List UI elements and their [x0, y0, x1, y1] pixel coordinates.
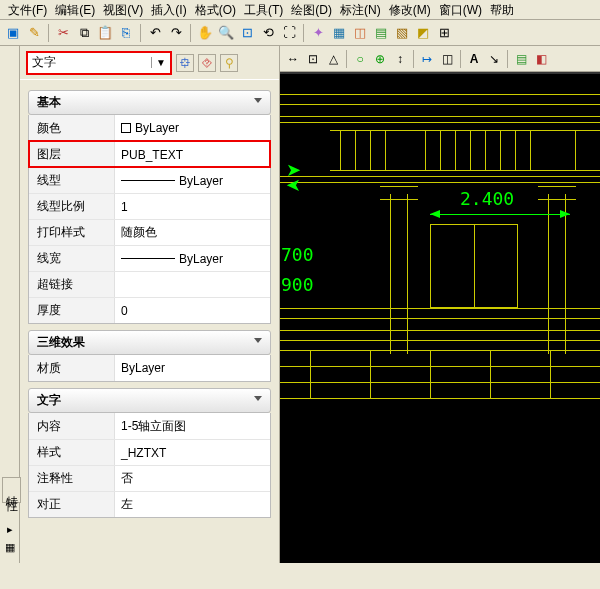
linetype-preview-icon — [121, 180, 175, 181]
prop-row-justify[interactable]: 对正 左 — [29, 491, 270, 517]
dist-icon[interactable]: ↦ — [418, 50, 436, 68]
prop-row-material[interactable]: 材质 ByLayer — [29, 355, 270, 381]
section-text[interactable]: 文字 — [28, 388, 271, 413]
circle-osnap-icon[interactable]: ○ — [351, 50, 369, 68]
redo-icon[interactable]: ↷ — [167, 24, 185, 42]
prop-row-annotative[interactable]: 注释性 否 — [29, 465, 270, 491]
prop-key: 线型比例 — [29, 194, 115, 219]
prop-key: 线型 — [29, 168, 115, 193]
prop-key: 线宽 — [29, 246, 115, 271]
rail-icon-2[interactable]: ▦ — [0, 541, 20, 559]
zoom-window-icon[interactable]: ⊡ — [238, 24, 256, 42]
prop-row-hyperlink[interactable]: 超链接 — [29, 271, 270, 297]
zoom-extents-icon[interactable]: ⛶ — [280, 24, 298, 42]
prop-value: 1 — [121, 200, 128, 214]
ortho-icon[interactable]: ↕ — [391, 50, 409, 68]
prop-key: 打印样式 — [29, 220, 115, 245]
prop-row-color[interactable]: 颜色 ByLayer — [29, 115, 270, 141]
layer1-icon[interactable]: ▤ — [512, 50, 530, 68]
left-rail: 特性 ▸ ▦ — [0, 46, 20, 563]
undo-icon[interactable]: ↶ — [146, 24, 164, 42]
section-basic[interactable]: 基本 — [28, 90, 271, 115]
menu-window[interactable]: 窗口(W) — [435, 0, 486, 19]
prop-value: ByLayer — [135, 121, 179, 135]
line-icon[interactable]: ↔ — [284, 50, 302, 68]
drawing-canvas[interactable]: 2.400 700 900 ➤ ➤ — [280, 72, 600, 563]
prop-row-lineweight[interactable]: 线宽 ByLayer — [29, 245, 270, 271]
qnew-icon[interactable]: ✦ — [309, 24, 327, 42]
properties-tab[interactable]: 特性 — [2, 477, 21, 503]
menu-insert[interactable]: 插入(I) — [147, 0, 190, 19]
prop-value: 左 — [121, 496, 133, 513]
prop-value: ByLayer — [121, 361, 165, 375]
prop-row-ltscale[interactable]: 线型比例 1 — [29, 193, 270, 219]
match-icon[interactable]: ⎘ — [117, 24, 135, 42]
paste-icon[interactable]: 📋 — [96, 24, 114, 42]
prop-key: 图层 — [29, 142, 115, 167]
prop-value: 1-5轴立面图 — [121, 418, 186, 435]
menu-tools[interactable]: 工具(T) — [240, 0, 287, 19]
panel-body: 基本 颜色 ByLayer 图层 PUB_TEXT 线型 ByLayer 线型比… — [20, 80, 279, 563]
section-basic-props: 颜色 ByLayer 图层 PUB_TEXT 线型 ByLayer 线型比例 1… — [28, 115, 271, 324]
copy-icon[interactable]: ⧉ — [75, 24, 93, 42]
object-type-combo[interactable]: 文字 ▼ — [26, 51, 172, 75]
main-toolbar: ▣ ✎ ✂ ⧉ 📋 ⎘ ↶ ↷ ✋ 🔍 ⊡ ⟲ ⛶ ✦ ▦ ◫ ▤ ▧ ◩ ⊞ — [0, 20, 600, 46]
section-3d-props: 材质 ByLayer — [28, 355, 271, 382]
design-center-icon[interactable]: ◫ — [351, 24, 369, 42]
menu-edit[interactable]: 编辑(E) — [51, 0, 99, 19]
chevron-down-icon: ▼ — [151, 57, 166, 68]
rail-icon-1[interactable]: ▸ — [0, 523, 20, 541]
menu-draw[interactable]: 绘图(D) — [287, 0, 336, 19]
menu-help[interactable]: 帮助 — [486, 0, 518, 19]
menu-bar: 文件(F) 编辑(E) 视图(V) 插入(I) 格式(O) 工具(T) 绘图(D… — [0, 0, 600, 20]
prop-row-plotstyle[interactable]: 打印样式 随颜色 — [29, 219, 270, 245]
add-node-icon[interactable]: ⊕ — [371, 50, 389, 68]
zoom-prev-icon[interactable]: ⟲ — [259, 24, 277, 42]
menu-view[interactable]: 视图(V) — [99, 0, 147, 19]
prop-row-thickness[interactable]: 厚度 0 — [29, 297, 270, 323]
layer2-icon[interactable]: ◧ — [532, 50, 550, 68]
cut-icon[interactable]: ✂ — [54, 24, 72, 42]
menu-annotate[interactable]: 标注(N) — [336, 0, 385, 19]
panel-top: 文字 ▼ ⯐ ⯑ ⚲ — [20, 46, 279, 80]
menu-file[interactable]: 文件(F) — [4, 0, 51, 19]
area-icon[interactable]: ◫ — [438, 50, 456, 68]
tool-palette-icon[interactable]: ▤ — [372, 24, 390, 42]
menu-modify[interactable]: 修改(M) — [385, 0, 435, 19]
prop-value: _HZTXT — [121, 446, 166, 460]
pan-icon[interactable]: ✋ — [196, 24, 214, 42]
properties-panel: 文字 ▼ ⯐ ⯑ ⚲ 基本 颜色 ByLayer 图层 PUB_TEXT 线型 — [20, 46, 280, 563]
app-icon: ▣ — [4, 24, 22, 42]
lineweight-preview-icon — [121, 258, 175, 259]
select-objects-icon[interactable]: ⯑ — [198, 54, 216, 72]
prop-row-style[interactable]: 样式 _HZTXT — [29, 439, 270, 465]
object-type-value: 文字 — [32, 54, 56, 71]
prop-row-linetype[interactable]: 线型 ByLayer — [29, 167, 270, 193]
text-icon[interactable]: A — [465, 50, 483, 68]
midpoint-icon[interactable]: △ — [324, 50, 342, 68]
toggle-pickadd-icon[interactable]: ⚲ — [220, 54, 238, 72]
section-3d[interactable]: 三维效果 — [28, 330, 271, 355]
quick-select-icon[interactable]: ⯐ — [176, 54, 194, 72]
prop-row-content[interactable]: 内容 1-5轴立面图 — [29, 413, 270, 439]
menu-format[interactable]: 格式(O) — [191, 0, 240, 19]
prop-key: 超链接 — [29, 272, 115, 297]
prop-row-layer[interactable]: 图层 PUB_TEXT — [29, 141, 270, 167]
prop-key: 厚度 — [29, 298, 115, 323]
dim-text-1: 2.400 — [460, 188, 514, 209]
dim-text-2: 700 — [281, 244, 314, 265]
zoom-realtime-icon[interactable]: 🔍 — [217, 24, 235, 42]
sheet-set-icon[interactable]: ▧ — [393, 24, 411, 42]
prop-key: 对正 — [29, 492, 115, 517]
content-area: 特性 ▸ ▦ 文字 ▼ ⯐ ⯑ ⚲ 基本 颜色 ByLayer 图 — [0, 46, 600, 563]
markup-icon[interactable]: ◩ — [414, 24, 432, 42]
prop-value: ByLayer — [179, 174, 223, 188]
properties-icon[interactable]: ▦ — [330, 24, 348, 42]
prop-key: 颜色 — [29, 115, 115, 141]
dim-text-3: 900 — [281, 274, 314, 295]
calc-icon[interactable]: ⊞ — [435, 24, 453, 42]
brush-icon[interactable]: ✎ — [25, 24, 43, 42]
drawing-toolbar: ↔ ⊡ △ ○ ⊕ ↕ ↦ ◫ A ↘ ▤ ◧ — [280, 46, 600, 72]
leader-icon[interactable]: ↘ — [485, 50, 503, 68]
endpoint-icon[interactable]: ⊡ — [304, 50, 322, 68]
